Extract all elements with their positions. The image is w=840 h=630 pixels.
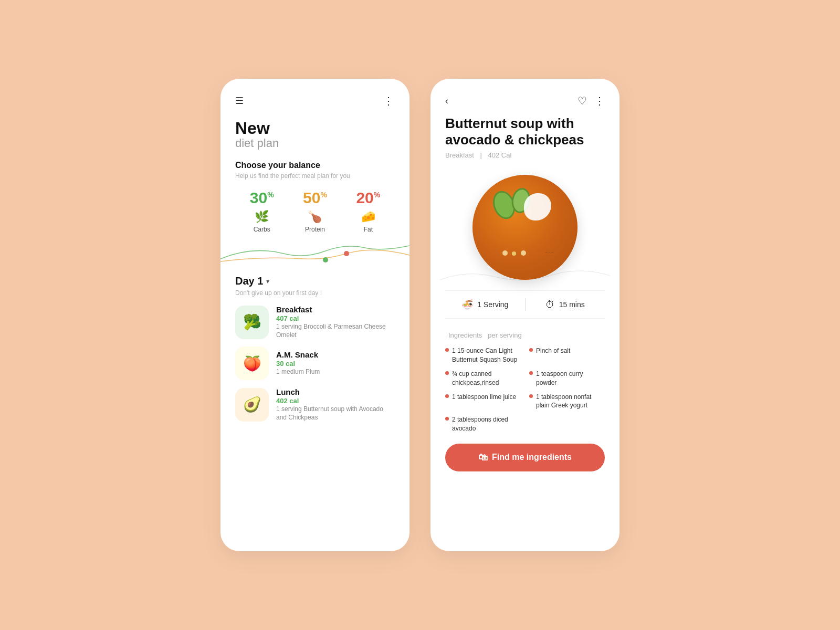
serving-bowl-icon: 🍜	[461, 299, 473, 310]
ingredient-7: 1 tablespoon nonfat plain Greek yogurt	[529, 393, 605, 411]
ingredients-section: Ingredients per serving 1 15-ounce Can L…	[445, 329, 605, 433]
recipe-meal-type: Breakfast	[445, 151, 474, 159]
svg-point-1	[344, 251, 349, 256]
fat-label: Fat	[364, 226, 373, 233]
protein-icon: 🍗	[308, 210, 322, 224]
macro-carbs[interactable]: 30% 🌿 Carbs	[235, 190, 288, 233]
meal-info-lunch: Lunch 402 cal 1 serving Butternut soup w…	[276, 387, 395, 422]
ingredient-dot	[445, 394, 449, 398]
meal-item-lunch[interactable]: 🥑 Lunch 402 cal 1 serving Butternut soup…	[235, 387, 395, 422]
meal-desc-snack: 1 medium Plum	[276, 368, 395, 376]
ingredients-grid: 1 15-ounce Can Light Butternut Squash So…	[445, 346, 605, 433]
day-header: Day 1 ▾	[235, 275, 395, 287]
meal-type-breakfast: Breakfast	[276, 305, 395, 314]
recipe-calories: 402 Cal	[488, 151, 512, 159]
meal-list: 🥦 Breakfast 407 cal 1 serving Broccoli &…	[235, 305, 395, 422]
ingredient-dot	[445, 417, 449, 421]
ingredient-1: 1 15-ounce Can Light Butternut Squash So…	[445, 346, 521, 364]
ingredient-5: Pinch of salt	[529, 346, 605, 364]
left-top-nav: ☰ ⋮	[235, 94, 395, 107]
carbs-label: Carbs	[254, 226, 270, 233]
protein-percent: 50%	[303, 190, 327, 206]
meal-image-lunch: 🥑	[235, 388, 269, 422]
ingredient-dot	[529, 371, 533, 375]
meal-desc-breakfast: 1 serving Broccoli & Parmesan Cheese Ome…	[276, 323, 395, 339]
serving-label: 1 Serving	[477, 300, 508, 309]
page-title-sub: diet plan	[235, 136, 395, 150]
balance-title: Choose your balance	[235, 161, 395, 170]
meal-image-snack: 🍑	[235, 346, 269, 380]
left-phone-card: ☰ ⋮ New diet plan Choose your balance He…	[220, 79, 410, 551]
macro-protein[interactable]: 50% 🍗 Protein	[288, 190, 341, 233]
meal-item-snack[interactable]: 🍑 A.M. Snack 30 cal 1 medium Plum	[235, 346, 395, 380]
day-title: Day 1	[235, 275, 263, 287]
shopping-bag-icon: 🛍	[478, 452, 488, 463]
ingredients-header: Ingredients per serving	[445, 329, 605, 340]
ingredient-3: 1 tablespoon lime juice	[445, 393, 521, 411]
clock-icon: ⏱	[545, 299, 555, 310]
serving-item: 🍜 1 Serving	[445, 299, 525, 310]
carbs-icon: 🌿	[255, 210, 269, 224]
per-serving-label: per serving	[488, 331, 521, 339]
meal-type-lunch: Lunch	[276, 387, 395, 396]
day-section: Day 1 ▾ Don't give up on your first day …	[235, 275, 395, 422]
back-button[interactable]: ‹	[445, 96, 448, 107]
serving-row: 🍜 1 Serving ⏱ 15 mins	[445, 290, 605, 319]
protein-label: Protein	[305, 226, 325, 233]
ingredient-dot	[529, 348, 533, 352]
carbs-percent: 30%	[250, 190, 274, 206]
hamburger-icon[interactable]: ☰	[235, 95, 244, 107]
ingredient-dot	[529, 394, 533, 398]
ingredient-dot	[445, 371, 449, 375]
meal-info-breakfast: Breakfast 407 cal 1 serving Broccoli & P…	[276, 305, 395, 339]
soup-bowl: ··· ·· ···	[472, 175, 578, 280]
day-dropdown-icon[interactable]: ▾	[266, 278, 269, 285]
meal-cal-breakfast: 407 cal	[276, 314, 395, 322]
ingredient-4: 2 tablespoons diced avocado	[445, 415, 521, 433]
right-phone-card: ‹ ♡ ⋮ Butternut soup with avocado & chic…	[430, 79, 620, 551]
soup-image-container: ··· ·· ···	[440, 170, 610, 285]
macro-fat[interactable]: 20% 🧀 Fat	[342, 190, 395, 233]
right-dots-icon[interactable]: ⋮	[594, 94, 605, 107]
time-label: 15 mins	[559, 300, 585, 309]
time-item: ⏱ 15 mins	[526, 299, 605, 310]
top-nav-right-actions: ♡ ⋮	[578, 94, 605, 107]
day-subtitle: Don't give up on your first day !	[235, 289, 395, 297]
fat-percent: 20%	[356, 190, 380, 206]
meal-desc-lunch: 1 serving Butternut soup with Avocado an…	[276, 405, 395, 422]
page-title-new: New	[235, 120, 395, 136]
meal-cal-snack: 30 cal	[276, 360, 395, 368]
find-ingredients-button[interactable]: 🛍 Find me ingredients	[445, 444, 605, 471]
svg-point-0	[323, 257, 328, 262]
ingredient-dot	[445, 348, 449, 352]
left-dots-icon[interactable]: ⋮	[383, 94, 395, 107]
meal-type-snack: A.M. Snack	[276, 350, 395, 359]
right-top-nav: ‹ ♡ ⋮	[445, 94, 605, 107]
meal-info-snack: A.M. Snack 30 cal 1 medium Plum	[276, 350, 395, 376]
chart-area	[220, 235, 410, 267]
meal-image-breakfast: 🥦	[235, 306, 269, 339]
balance-subtitle: Help us find the perfect meal plan for y…	[235, 172, 395, 180]
meal-cal-lunch: 402 cal	[276, 397, 395, 405]
find-btn-label: Find me ingredients	[492, 453, 572, 462]
balance-section: Choose your balance Help us find the per…	[235, 161, 395, 180]
macros-row: 30% 🌿 Carbs 50% 🍗 Protein 20% 🧀 Fat	[235, 190, 395, 233]
meal-item-breakfast[interactable]: 🥦 Breakfast 407 cal 1 serving Broccoli &…	[235, 305, 395, 339]
recipe-title: Butternut soup with avocado & chickpeas	[445, 116, 605, 148]
title-section: New diet plan	[235, 120, 395, 150]
fat-icon: 🧀	[361, 210, 375, 224]
ingredient-6: 1 teaspoon curry powder	[529, 370, 605, 387]
recipe-meta: Breakfast | 402 Cal	[445, 151, 605, 159]
favorite-icon[interactable]: ♡	[578, 94, 587, 107]
ingredient-2: ¾ cup canned chickpeas,rinsed	[445, 370, 521, 387]
